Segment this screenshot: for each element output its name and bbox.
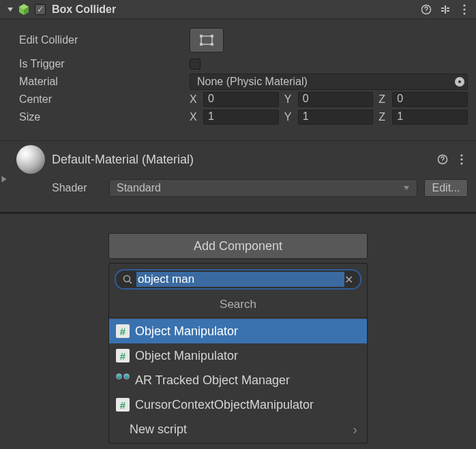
svg-rect-6	[445, 5, 446, 14]
box-collider-icon	[18, 3, 30, 16]
dropdown-item-label: CursorContextObjectManipulator	[135, 398, 314, 412]
menu-icon[interactable]	[458, 3, 471, 16]
svg-rect-2	[441, 7, 444, 9]
center-x-input[interactable]: 0	[203, 92, 279, 107]
is-trigger-label: Is Trigger	[19, 58, 190, 70]
material-label: Material	[19, 76, 190, 88]
enabled-checkbox[interactable]	[34, 3, 46, 16]
center-y-input[interactable]: 0	[298, 92, 374, 107]
dropdown-header: Search	[109, 292, 367, 318]
foldout-toggle[interactable]	[5, 5, 15, 14]
svg-rect-3	[441, 10, 444, 12]
edit-collider-button[interactable]	[190, 28, 224, 52]
svg-point-9	[463, 12, 465, 14]
svg-rect-12	[211, 35, 213, 37]
ar-icon	[116, 373, 130, 387]
physic-material-field[interactable]: None (Physic Material)	[190, 74, 468, 90]
object-picker-icon[interactable]	[455, 77, 464, 87]
dropdown-list: # Object Manipulator # Object Manipulato…	[109, 318, 367, 443]
physic-material-value: None (Physic Material)	[197, 76, 308, 88]
axis-y-label: Y	[284, 111, 294, 123]
edit-shader-button[interactable]: Edit...	[424, 179, 468, 197]
svg-point-1	[426, 12, 426, 12]
component-title: Box Collider	[52, 3, 420, 16]
dropdown-item-label: Object Manipulator	[135, 349, 238, 363]
svg-rect-13	[200, 43, 203, 46]
script-icon: #	[116, 324, 130, 338]
dropdown-item-object-manipulator[interactable]: # Object Manipulator	[109, 343, 367, 368]
menu-icon[interactable]	[456, 153, 468, 166]
script-icon: #	[116, 398, 130, 412]
dropdown-item-label: Object Manipulator	[135, 324, 238, 339]
axis-y-label: Y	[284, 93, 294, 106]
svg-point-16	[442, 161, 443, 162]
svg-rect-10	[201, 36, 212, 44]
svg-rect-14	[211, 43, 213, 46]
material-title: Default-Material (Material)	[52, 153, 436, 167]
help-icon[interactable]	[436, 153, 449, 166]
center-label: Center	[19, 93, 190, 106]
svg-rect-11	[200, 35, 203, 37]
script-icon: #	[116, 349, 130, 362]
axis-x-label: X	[190, 93, 199, 106]
material-foldout[interactable]	[0, 175, 8, 183]
is-trigger-checkbox[interactable]	[190, 59, 200, 69]
svg-line-21	[130, 281, 132, 284]
svg-point-7	[463, 4, 465, 6]
search-icon	[123, 275, 132, 284]
component-search-input[interactable]: object man ✕	[115, 269, 361, 290]
dropdown-item-ar-tracked-object-manager[interactable]: AR Tracked Object Manager	[109, 368, 367, 392]
footer: Add Component object man ✕ Search # Obje…	[0, 212, 476, 444]
svg-point-20	[124, 276, 130, 282]
add-component-dropdown: object man ✕ Search # Object Manipulator…	[108, 263, 368, 444]
size-z-input[interactable]: 1	[392, 110, 468, 125]
edit-collider-label: Edit Collider	[19, 34, 190, 46]
preset-icon[interactable]	[439, 3, 451, 16]
size-y-input[interactable]: 1	[298, 110, 374, 125]
material-preview-icon	[16, 145, 45, 174]
size-label: Size	[19, 111, 190, 123]
chevron-right-icon: ›	[353, 422, 357, 437]
axis-x-label: X	[190, 111, 199, 123]
svg-point-17	[460, 154, 462, 156]
dropdown-item-cursor-context-object-manipulator[interactable]: # CursorContextObjectManipulator	[109, 392, 367, 417]
material-section: Default-Material (Material) Shader Stand…	[0, 140, 476, 204]
svg-point-18	[460, 158, 462, 160]
help-icon[interactable]	[420, 3, 432, 16]
svg-rect-5	[447, 10, 449, 12]
box-collider-body: Edit Collider Is Trigger Material None (…	[0, 19, 476, 136]
dropdown-item-label: AR Tracked Object Manager	[135, 373, 290, 388]
svg-rect-4	[447, 7, 449, 9]
shader-label: Shader	[52, 182, 102, 194]
new-script-label: New script	[130, 422, 187, 437]
dropdown-item-new-script[interactable]: New script ›	[109, 417, 367, 442]
center-z-input[interactable]: 0	[392, 92, 468, 107]
clear-search-icon[interactable]: ✕	[344, 273, 353, 286]
axis-z-label: Z	[378, 111, 388, 123]
search-value: object man	[136, 272, 344, 287]
svg-point-8	[463, 8, 465, 10]
svg-point-19	[460, 162, 462, 164]
add-component-button[interactable]: Add Component	[108, 233, 368, 259]
shader-value: Standard	[117, 182, 161, 194]
dropdown-item-object-manipulator[interactable]: # Object Manipulator	[109, 319, 367, 343]
size-x-input[interactable]: 1	[203, 110, 279, 125]
axis-z-label: Z	[378, 93, 388, 106]
shader-dropdown[interactable]: Standard	[109, 179, 417, 197]
box-collider-header: Box Collider	[0, 0, 476, 19]
